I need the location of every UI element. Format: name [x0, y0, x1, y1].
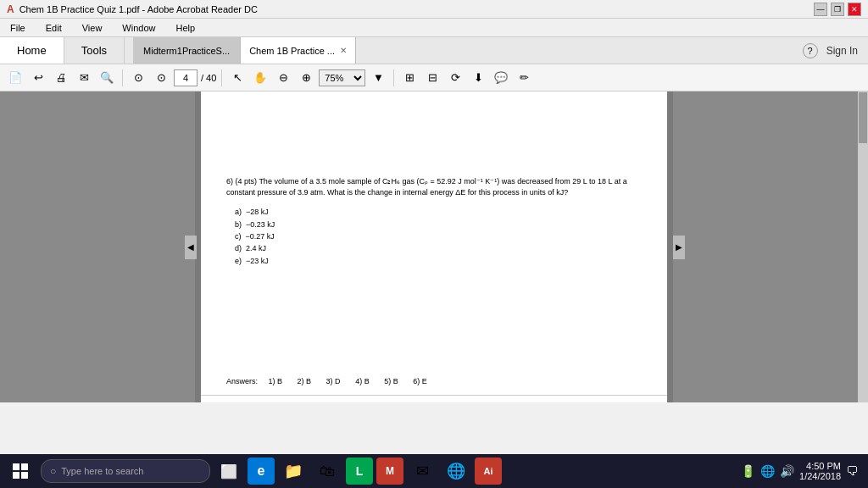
menu-bar: File Edit View Window Help — [0, 19, 868, 37]
menu-file[interactable]: File — [7, 21, 29, 35]
answers-line: Answers: 1) B 2) B 3) D 4) B 5) B 6) E — [226, 377, 642, 385]
sign-in-button[interactable]: Sign In — [826, 45, 858, 57]
windows-icon — [13, 463, 28, 479]
clock-date: 1/24/2018 — [799, 471, 841, 481]
page-bottom-line — [201, 395, 667, 396]
taskbar-app-l[interactable]: L — [346, 458, 373, 485]
sep1 — [122, 69, 123, 86]
search-icon: ○ — [50, 465, 56, 477]
store-icon: 🛍 — [320, 463, 335, 480]
print-button[interactable]: 🖨 — [51, 68, 71, 88]
fit-width-button[interactable]: ⊟ — [422, 68, 442, 88]
page-input[interactable] — [174, 69, 198, 86]
taskbar: ○ Type here to search ⬜ e 📁 🛍 L M ✉ 🌐 Ai… — [0, 454, 868, 488]
choice-c: c) −0.27 kJ — [235, 230, 642, 242]
fit-page-button[interactable]: ⊞ — [399, 68, 420, 88]
zoom-dropdown-button[interactable]: ▼ — [368, 68, 388, 88]
main-area: ◀ 6) (4 pts) The volume of a 3.5 mole sa… — [0, 92, 868, 402]
taskbar-files[interactable]: 📁 — [278, 456, 309, 486]
system-tray: 🔋 🌐 🔊 4:50 PM 1/24/2018 🗨 — [741, 461, 865, 481]
taskbar-acrobat[interactable]: Ai — [475, 458, 502, 485]
answer-5: 5) B — [384, 377, 411, 385]
zoom-in-button[interactable]: ⊕ — [296, 68, 316, 88]
notification-icon[interactable]: 🗨 — [846, 464, 858, 478]
toolbar: 📄 ↩ 🖨 ✉ 🔍 ⊙ ⊙ / 40 ↖ ✋ ⊖ ⊕ 75% 50% 100% … — [0, 64, 868, 92]
scrollbar[interactable] — [858, 92, 868, 402]
task-view-icon: ⬜ — [220, 463, 237, 480]
answer-1: 1) B — [269, 377, 296, 385]
select-tool[interactable]: ↖ — [227, 68, 248, 88]
taskbar-mcafee[interactable]: M — [376, 458, 403, 485]
chrome-icon: 🌐 — [447, 462, 465, 480]
choice-b: b) −0.23 kJ — [235, 219, 642, 230]
doc-tab-close-icon[interactable]: ✕ — [340, 46, 347, 55]
tab-tools[interactable]: Tools — [64, 37, 125, 64]
menu-edit[interactable]: Edit — [42, 21, 65, 35]
taskbar-chrome[interactable]: 🌐 — [441, 456, 471, 486]
content-area: 6) (4 pts) The volume of a 3.5 mole samp… — [195, 92, 673, 402]
clock-time: 4:50 PM — [799, 461, 841, 471]
choice-d: d) 2.4 kJ — [235, 242, 642, 254]
zoom-select[interactable]: 75% 50% 100% 125% 150% — [319, 69, 365, 86]
undo-button[interactable]: ↩ — [28, 68, 48, 88]
svg-rect-2 — [13, 472, 19, 479]
rotate-button[interactable]: ⟳ — [445, 68, 465, 88]
question-points: (4 pts) — [236, 177, 259, 186]
doc-tab-chem-label: Chem 1B Practice ... — [249, 46, 335, 56]
svg-rect-3 — [21, 472, 28, 479]
pdf-page: 6) (4 pts) The volume of a 3.5 mole samp… — [201, 92, 667, 402]
right-panel: ▶ — [673, 92, 868, 402]
menu-view[interactable]: View — [79, 21, 106, 35]
l-icon: L — [356, 464, 364, 478]
question-body: The volume of a 3.5 mole sample of C₂H₆ … — [226, 177, 627, 197]
choice-e: e) −23 kJ — [235, 255, 642, 267]
prev-page-button[interactable]: ⊙ — [128, 68, 148, 88]
menu-window[interactable]: Window — [119, 21, 159, 35]
menu-help[interactable]: Help — [172, 21, 198, 35]
window-title: Chem 1B Practice Quiz 1.pdf - Adobe Acro… — [19, 4, 258, 14]
zoom-out-button[interactable]: ⊖ — [273, 68, 293, 88]
taskbar-mail[interactable]: ✉ — [407, 456, 437, 486]
battery-icon: 🔋 — [741, 464, 755, 478]
left-nav-arrow[interactable]: ◀ — [185, 236, 197, 259]
svg-rect-1 — [21, 463, 28, 470]
create-button[interactable]: 📄 — [5, 68, 25, 88]
doc-tab-midterm-label: Midterm1PracticeS... — [143, 46, 230, 56]
app-icon: A — [7, 3, 14, 15]
tab-home[interactable]: Home — [0, 37, 64, 64]
close-button[interactable]: ✕ — [848, 3, 861, 16]
right-nav-arrow[interactable]: ▶ — [673, 236, 685, 259]
scrollbar-thumb[interactable] — [859, 92, 867, 143]
doc-tab-midterm[interactable]: Midterm1PracticeS... — [133, 37, 241, 64]
comment-button[interactable]: 💬 — [491, 68, 511, 88]
answer-choices: a) −28 kJ b) −0.23 kJ c) −0.27 kJ d) 2.4… — [235, 206, 642, 267]
minimize-button[interactable]: — — [814, 3, 827, 16]
help-icon[interactable]: ? — [803, 43, 818, 58]
volume-icon: 🔊 — [780, 464, 794, 478]
hand-tool[interactable]: ✋ — [250, 68, 270, 88]
next-page-button[interactable]: ⊙ — [151, 68, 171, 88]
clock: 4:50 PM 1/24/2018 — [799, 461, 841, 481]
taskbar-edge[interactable]: e — [248, 458, 275, 485]
taskbar-search-text: Type here to search — [61, 466, 143, 476]
download-button[interactable]: ⬇ — [468, 68, 488, 88]
question-section: 6) (4 pts) The volume of a 3.5 mole samp… — [226, 176, 642, 267]
taskbar-task-view[interactable]: ⬜ — [214, 456, 244, 486]
answer-3: 3) D — [326, 377, 353, 385]
answers-label: Answers: — [226, 377, 266, 385]
taskbar-store[interactable]: 🛍 — [312, 456, 342, 486]
answer-6: 6) E — [413, 377, 427, 385]
draw-button[interactable]: ✏ — [514, 68, 534, 88]
choice-a: a) −28 kJ — [235, 206, 642, 218]
restore-button[interactable]: ❐ — [831, 3, 844, 16]
sep3 — [393, 69, 394, 86]
taskbar-search[interactable]: ○ Type here to search — [41, 459, 210, 483]
search-button[interactable]: 🔍 — [97, 68, 117, 88]
question-text: 6) (4 pts) The volume of a 3.5 mole samp… — [226, 176, 642, 197]
ribbon: Home Tools Midterm1PracticeS... Chem 1B … — [0, 37, 868, 64]
sep2 — [221, 69, 222, 86]
start-button[interactable] — [3, 456, 37, 486]
doc-tab-chem[interactable]: Chem 1B Practice ... ✕ — [241, 37, 356, 64]
email-button[interactable]: ✉ — [74, 68, 94, 88]
answer-4: 4) B — [355, 377, 382, 385]
